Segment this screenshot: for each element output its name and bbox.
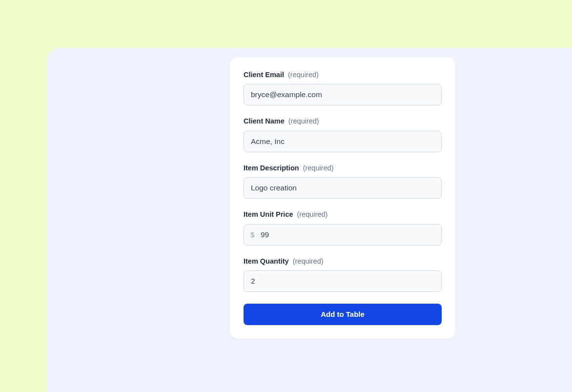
- label-item-description: Item Description (required): [244, 164, 442, 172]
- item-unit-price-input[interactable]: [244, 224, 442, 246]
- field-client-email: Client Email (required): [244, 71, 442, 105]
- label-item-quantity: Item Quantity (required): [244, 257, 442, 266]
- item-description-input[interactable]: [244, 177, 442, 199]
- label-required-client-email: (required): [288, 71, 319, 79]
- client-name-input[interactable]: [244, 131, 442, 152]
- label-text-client-email: Client Email: [244, 71, 284, 79]
- form-card: Client Email (required) Client Name (req…: [230, 57, 455, 339]
- label-text-client-name: Client Name: [244, 117, 285, 125]
- field-client-name: Client Name (required): [244, 117, 442, 152]
- label-client-name: Client Name (required): [244, 117, 442, 125]
- field-item-quantity: Item Quantity (required): [244, 257, 442, 292]
- label-required-item-description: (required): [303, 164, 334, 172]
- label-text-item-quantity: Item Quantity: [244, 257, 289, 265]
- label-required-item-unit-price: (required): [297, 210, 328, 218]
- label-client-email: Client Email (required): [244, 71, 442, 79]
- field-item-description: Item Description (required): [244, 164, 442, 199]
- item-quantity-input[interactable]: [244, 270, 442, 292]
- add-to-table-button[interactable]: Add to Table: [244, 304, 442, 325]
- input-wrap-item-unit-price: $: [244, 224, 442, 246]
- label-text-item-description: Item Description: [244, 164, 299, 172]
- label-item-unit-price: Item Unit Price (required): [244, 210, 442, 219]
- label-required-item-quantity: (required): [293, 257, 324, 265]
- field-item-unit-price: Item Unit Price (required) $: [244, 210, 442, 245]
- label-text-item-unit-price: Item Unit Price: [244, 210, 293, 218]
- label-required-client-name: (required): [288, 117, 319, 125]
- client-email-input[interactable]: [244, 84, 442, 105]
